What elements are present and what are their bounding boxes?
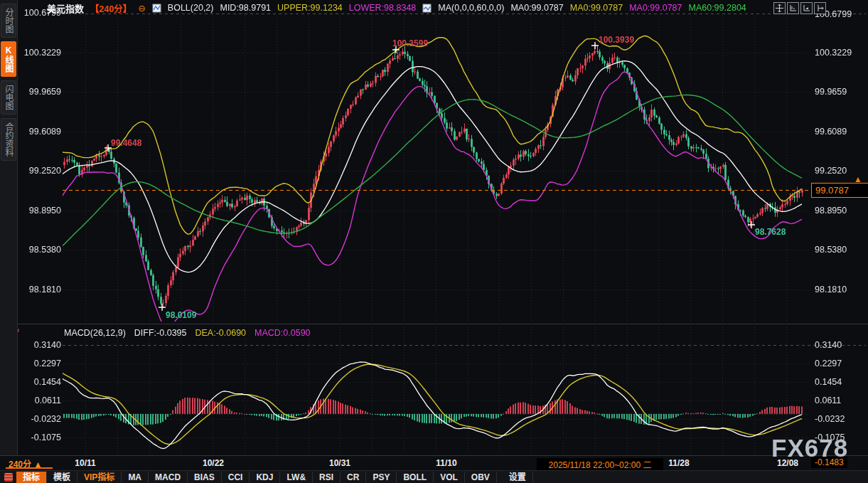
toolbar-item-cci[interactable]: CCI xyxy=(222,472,250,483)
toolbar-item-psy[interactable]: PSY xyxy=(366,472,397,483)
price-axis-right-label: 99.9659 xyxy=(815,86,866,97)
date-tick: 10/22 xyxy=(185,458,242,468)
price-axis-left-label: 99.9659 xyxy=(20,86,61,97)
macd-diff-value: DIFF:-0.0395 xyxy=(134,328,187,338)
toolbar-item-bias[interactable]: BIAS xyxy=(188,472,222,483)
toolbar-item-cr[interactable]: CR xyxy=(341,472,366,483)
indicator-grid-icon[interactable] xyxy=(4,473,13,482)
toolbar-item-rsi[interactable]: RSI xyxy=(313,472,341,483)
price-axis-left-label: 98.5380 xyxy=(20,244,61,255)
price-axis-left-label: 98.8950 xyxy=(20,205,61,216)
price-axis-left-label: 100.3229 xyxy=(20,47,61,58)
macd-dea-value: DEA:-0.0690 xyxy=(195,328,246,338)
current-price-box: 99.0787 xyxy=(811,183,868,198)
date-tick: 11/28 xyxy=(650,458,707,468)
macd-hist-value: MACD:0.0590 xyxy=(254,328,311,338)
indicator-toolbar: 指标 模板 VIP指标 MA MACD BIAS CCI KDJ LW& RSI… xyxy=(0,470,868,483)
macd-axis-left-label: -0.0232 xyxy=(20,413,61,425)
date-tick: 11/10 xyxy=(418,458,475,468)
fx678-watermark: FX678 xyxy=(771,434,848,462)
low-annotation: 98.7628 xyxy=(755,227,786,237)
boll-lower-value: LOWER:98.8348 xyxy=(349,3,417,13)
toolbar-item-vip-indicators[interactable]: VIP指标 xyxy=(77,472,122,483)
toolbar-item-settings[interactable]: 设置 xyxy=(503,472,533,483)
toolbar-item-vol[interactable]: VOL xyxy=(434,472,465,483)
macd-header: MACD(26,12,9) DIFF:-0.0395 DEA:-0.0690 M… xyxy=(64,327,311,338)
ma-params: MA(0,0,0,60,0,0) xyxy=(438,3,504,13)
price-axis-left-label: 99.2520 xyxy=(20,165,61,176)
pane-divider[interactable] xyxy=(17,324,868,324)
price-axis-right-label: 98.5380 xyxy=(815,244,866,255)
ma0-value-3: MA0:99.0787 xyxy=(629,3,682,13)
chart-header: 美元指数 【240分】 ⊖ BOLL(20,2) MID:98.9791 UPP… xyxy=(47,2,746,14)
low-annotation: 98.0109 xyxy=(166,310,196,320)
trading-chart-window: 分时图 K线图 闪电图 合约资料 美元指数 【240分】 ⊖ BOLL(20,2… xyxy=(0,0,868,483)
main-chart-canvas[interactable] xyxy=(0,0,868,470)
price-axis-right-label: 100.3229 xyxy=(815,47,866,58)
pan-tool-icon[interactable] xyxy=(773,2,786,14)
toolbar-item-boll[interactable]: BOLL xyxy=(397,472,434,483)
sidebar-item-timeline-chart[interactable]: 分时图 xyxy=(1,4,16,38)
macd-params: MACD(26,12,9) xyxy=(64,328,126,338)
symbol-title: 美元指数 xyxy=(47,1,84,15)
period-underline xyxy=(6,467,53,469)
sidebar-item-contract-info[interactable]: 合约资料 xyxy=(1,118,16,161)
high-annotation: 100.3599 xyxy=(392,38,428,48)
toolbar-item-kdj[interactable]: KDJ xyxy=(250,472,280,483)
highlighted-datetime: 2025/11/18 22:00~02:00 二 xyxy=(537,458,663,470)
sidebar-item-kline-chart[interactable]: K线图 xyxy=(1,41,16,77)
collapse-indicator-icon[interactable]: ⊖ xyxy=(138,3,145,14)
macd-axis-right-label: 0.3140 xyxy=(815,339,866,351)
macd-axis-left-label: 0.2297 xyxy=(20,358,61,369)
price-axis-left-label: 98.1810 xyxy=(20,284,61,295)
macd-axis-left-label: 0.1454 xyxy=(20,376,61,388)
ma0-value-2: MA0:99.0787 xyxy=(570,3,623,13)
macd-axis-right-label: 0.1454 xyxy=(815,376,866,388)
period-label[interactable]: 【240分】 xyxy=(90,1,132,15)
toolbar-item-templates[interactable]: 模板 xyxy=(47,472,77,483)
pane-expand-right-icon[interactable] xyxy=(814,2,826,14)
high-annotation: 99.4648 xyxy=(111,138,141,148)
price-axis-left-label: 99.6089 xyxy=(20,126,61,137)
sidebar-item-lightning-chart[interactable]: 闪电图 xyxy=(1,80,16,115)
boll-mid-value: MID:98.9791 xyxy=(220,3,271,13)
chart-tools xyxy=(773,2,826,14)
boll-indicator-icon[interactable] xyxy=(152,4,161,13)
toolbar-item-obv[interactable]: OBV xyxy=(465,472,497,483)
date-tick: 10/11 xyxy=(57,458,114,468)
price-axis-right-label: 98.1810 xyxy=(815,284,866,295)
latest-price-arrow-icon[interactable]: ▲ xyxy=(854,174,862,184)
boll-upper-value: UPPER:99.1234 xyxy=(277,3,343,13)
axis-scale-left-icon[interactable] xyxy=(787,2,799,14)
high-annotation: 100.3939 xyxy=(599,35,634,45)
price-axis-right-label: 99.6089 xyxy=(815,126,866,137)
ma0-value-1: MA0:99.0787 xyxy=(510,3,563,13)
date-tick: 10/31 xyxy=(311,458,368,468)
macd-axis-left-label: 0.3140 xyxy=(20,339,61,351)
toolbar-item-macd[interactable]: MACD xyxy=(149,472,188,483)
toolbar-item-ma[interactable]: MA xyxy=(122,472,149,483)
axis-zoom-icon[interactable] xyxy=(800,2,813,14)
toolbar-item-indicators[interactable]: 指标 xyxy=(16,472,47,483)
ma-indicator-icon[interactable] xyxy=(422,4,432,13)
ma60-value: MA60:99.2804 xyxy=(688,3,746,13)
boll-params: BOLL(20,2) xyxy=(168,3,214,13)
price-axis-right-label: 98.8950 xyxy=(815,205,866,216)
macd-axis-right-label: 0.2297 xyxy=(815,358,866,369)
macd-axis-left-label: 0.0611 xyxy=(20,395,61,406)
sidebar: 分时图 K线图 闪电图 合约资料 xyxy=(0,0,18,455)
macd-axis-right-label: 0.0611 xyxy=(815,395,866,406)
toolbar-item-lwr[interactable]: LW& xyxy=(280,472,313,483)
macd-axis-right-label: -0.0232 xyxy=(815,413,866,425)
time-axis: 240分 ▲ 10/11 10/22 10/31 11/10 2025/11/1… xyxy=(0,455,868,471)
macd-axis-left-label: -0.1075 xyxy=(20,432,61,443)
